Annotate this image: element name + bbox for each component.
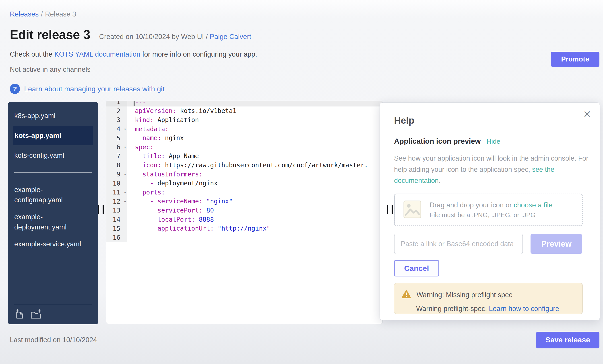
code-line-7[interactable]: 7 title: App Name [106,152,383,161]
file-item-kots-config.yaml[interactable]: kots-config.yaml [8,147,98,164]
channel-status: Not active in any channels [10,66,603,74]
code-line-6[interactable]: 6▾spec: [106,143,383,152]
dropzone-hint: File must be a .PNG, .JPEG, or .JPG [429,211,552,219]
code-line-11[interactable]: 11▾ ports: [106,188,383,197]
warning-title: Warning: Missing preflight spec [417,291,512,299]
fold-arrow-icon[interactable]: ▾ [124,190,126,195]
file-list-bottom: example-configmap.yamlexample-deployment… [8,181,98,253]
code-text[interactable]: title: App Name [127,152,383,161]
configure-preflight-link[interactable]: Learn how to configure [489,305,559,312]
help-description-period: . [439,177,441,184]
dropzone-label-text: Drag and drop your icon or [429,201,514,209]
file-item-example-service.yaml[interactable]: example-service.yaml [8,236,98,253]
icon-url-input[interactable] [394,234,523,254]
code-line-8[interactable]: 8 icon: https://raw.githubusercontent.co… [106,161,383,170]
fold-arrow-icon[interactable]: ▾ [124,172,126,177]
code-line-14[interactable]: 14 localPort: 8888 [106,215,383,224]
code-text[interactable]: applicationUrl: "http://nginx" [127,224,383,233]
indent-guide [151,215,151,224]
code-line-3[interactable]: 3kind: Application [106,115,383,124]
code-text[interactable]: spec: [127,143,383,152]
gutter-line-number: 3 [106,115,127,124]
kots-docs-link[interactable]: KOTS YAML documentation [54,50,140,58]
indent-guide [151,206,151,215]
file-item-kots-app.yaml[interactable]: kots-app.yaml [13,126,93,145]
gutter-line-number: 5 [106,133,127,143]
gutter-line-number: 13 [106,206,127,215]
fold-arrow-icon[interactable]: ▾ [124,145,126,149]
code-text[interactable]: apiVersion: kots.io/v1beta1 [127,107,383,116]
save-release-button[interactable]: Save release [536,332,599,348]
code-text[interactable]: --- [127,101,383,107]
title-row: Edit release 3 Created on 10/10/2024 by … [10,27,603,42]
breadcrumb-separator: / [41,10,43,18]
add-folder-icon[interactable] [30,309,42,319]
page-footer: Last modified on 10/10/2024 Save release [10,331,599,349]
file-list-top: k8s-app.yamlkots-app.yamlkots-config.yam… [8,102,98,164]
git-help-link[interactable]: Learn about managing your releases with … [24,85,164,93]
preflight-warning: Warning: Missing preflight spec Warning … [394,283,583,314]
edit-release-page: Releases/Release 3 Edit release 3 Create… [0,0,603,364]
code-text[interactable]: metadata: [127,124,383,134]
code-text[interactable]: statusInformers: [127,170,383,179]
dropzone-label: Drag and drop your icon or choose a file [429,201,552,209]
code-text[interactable]: ports: [127,188,383,197]
code-text[interactable]: servicePort: 80 [127,206,383,215]
code-line-10[interactable]: 10 - deployment/nginx [106,179,383,188]
code-text[interactable]: - deployment/nginx [127,179,383,188]
indent-guide [151,224,151,233]
yaml-editor[interactable]: 1---2apiVersion: kots.io/v1beta13kind: A… [106,101,383,324]
gutter-line-number: 16 [106,233,127,242]
last-modified: Last modified on 10/10/2024 [10,336,97,344]
file-item-example-deployment.yaml[interactable]: example-deployment.yaml [8,209,98,236]
code-text[interactable]: icon: https://raw.githubusercontent.com/… [127,161,383,170]
code-line-2[interactable]: 2apiVersion: kots.io/v1beta1 [106,107,383,116]
created-text: Created on 10/10/2024 by Web UI / [99,33,208,41]
add-file-icon[interactable] [14,309,24,319]
icon-dropzone[interactable]: Drag and drop your icon or choose a file… [394,194,583,226]
code-line-9[interactable]: 9▾ statusInformers: [106,170,383,179]
code-line-16[interactable]: 16 [106,233,383,242]
breadcrumb-releases-link[interactable]: Releases [10,10,39,18]
gutter-line-number: 12▾ [106,197,127,206]
code-line-1[interactable]: 1--- [106,101,383,107]
file-item-example-configmap.yaml[interactable]: example-configmap.yaml [8,181,98,209]
gutter-line-number: 1 [106,101,127,107]
pane-resize-handle-right[interactable] [387,205,393,214]
sidebar-divider [14,172,92,173]
promote-button[interactable]: Promote [551,52,599,67]
hide-link[interactable]: Hide [487,138,500,145]
help-circle-icon: ? [10,84,20,94]
code-text[interactable] [127,233,383,242]
file-sidebar: k8s-app.yamlkots-app.yamlkots-config.yam… [8,102,98,324]
dropzone-text-block: Drag and drop your icon or choose a file… [429,201,552,219]
code-line-12[interactable]: 12▾ - serviceName: "nginx" [106,197,383,206]
fold-arrow-icon[interactable]: ▾ [124,199,126,204]
icon-preview-header: Application icon preview Hide [394,137,591,145]
cancel-button[interactable]: Cancel [394,260,439,276]
help-description-text: See how your application icon will look … [394,154,588,173]
close-icon[interactable]: ✕ [583,109,591,120]
gutter-line-number: 11▾ [106,188,127,197]
image-placeholder-icon [403,200,421,220]
fold-arrow-icon[interactable]: ▾ [124,127,126,132]
icon-preview-title: Application icon preview [394,137,481,145]
code-line-5[interactable]: 5 name: nginx [106,133,383,143]
code-line-15[interactable]: 15 applicationUrl: "http://nginx" [106,224,383,233]
file-item-k8s-app.yaml[interactable]: k8s-app.yaml [8,107,98,124]
code-text[interactable]: localPort: 8888 [127,215,383,224]
code-text[interactable]: - serviceName: "nginx" [127,197,383,206]
docs-line: Check out the KOTS YAML documentation fo… [10,50,603,58]
choose-file-link[interactable]: choose a file [514,201,552,209]
gutter-line-number: 6▾ [106,143,127,152]
code-text[interactable]: kind: Application [127,115,383,124]
breadcrumb: Releases/Release 3 [0,0,603,18]
code-lines: 1---2apiVersion: kots.io/v1beta13kind: A… [106,101,383,242]
code-line-4[interactable]: 4▾metadata: [106,124,383,134]
pane-resize-handle-left[interactable] [98,205,104,214]
code-line-13[interactable]: 13 servicePort: 80 [106,206,383,215]
preview-button[interactable]: Preview [531,234,582,254]
gutter-line-number: 2 [106,107,127,116]
author-link[interactable]: Paige Calvert [210,33,251,41]
code-text[interactable]: name: nginx [127,133,383,143]
